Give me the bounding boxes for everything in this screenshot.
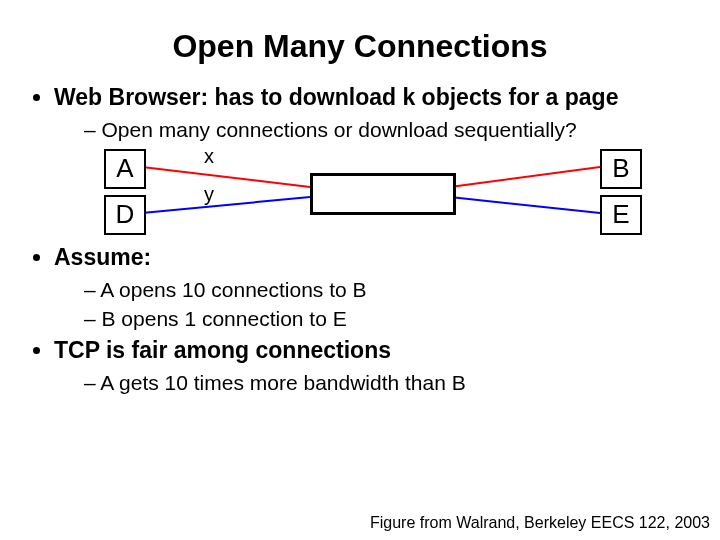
- bullet-assume: Assume: A opens 10 connections to B B op…: [54, 243, 690, 332]
- node-b: B: [600, 149, 642, 189]
- bullet-web-browser: Web Browser: has to download k objects f…: [54, 83, 690, 143]
- label-x: x: [204, 145, 214, 168]
- svg-line-3: [450, 197, 600, 213]
- sub-list: A opens 10 connections to B B opens 1 co…: [54, 276, 690, 333]
- sub-b-opens: B opens 1 connection to E: [84, 305, 690, 332]
- sub-open-many: Open many connections or download sequen…: [84, 116, 690, 143]
- figure-credit: Figure from Walrand, Berkeley EECS 122, …: [370, 514, 710, 532]
- label-y: y: [204, 183, 214, 206]
- svg-line-2: [450, 167, 600, 187]
- network-diagram: A D B E x y: [100, 147, 660, 237]
- slide-title: Open Many Connections: [30, 28, 690, 65]
- node-d: D: [104, 195, 146, 235]
- bullet-text: Assume:: [54, 244, 151, 270]
- svg-line-0: [142, 167, 310, 187]
- sub-list: A gets 10 times more bandwidth than B: [54, 369, 690, 396]
- node-a: A: [104, 149, 146, 189]
- bullet-tcp-fair: TCP is fair among connections A gets 10 …: [54, 336, 690, 396]
- sub-a-gets: A gets 10 times more bandwidth than B: [84, 369, 690, 396]
- router-box: [310, 173, 456, 215]
- bullet-text: Web Browser: has to download k objects f…: [54, 84, 618, 110]
- bullet-list: Web Browser: has to download k objects f…: [30, 83, 690, 143]
- svg-line-1: [142, 197, 310, 213]
- sub-list: Open many connections or download sequen…: [54, 116, 690, 143]
- bullet-text: TCP is fair among connections: [54, 337, 391, 363]
- sub-a-opens: A opens 10 connections to B: [84, 276, 690, 303]
- slide: Open Many Connections Web Browser: has t…: [0, 0, 720, 540]
- node-e: E: [600, 195, 642, 235]
- bullet-list-2: Assume: A opens 10 connections to B B op…: [30, 243, 690, 396]
